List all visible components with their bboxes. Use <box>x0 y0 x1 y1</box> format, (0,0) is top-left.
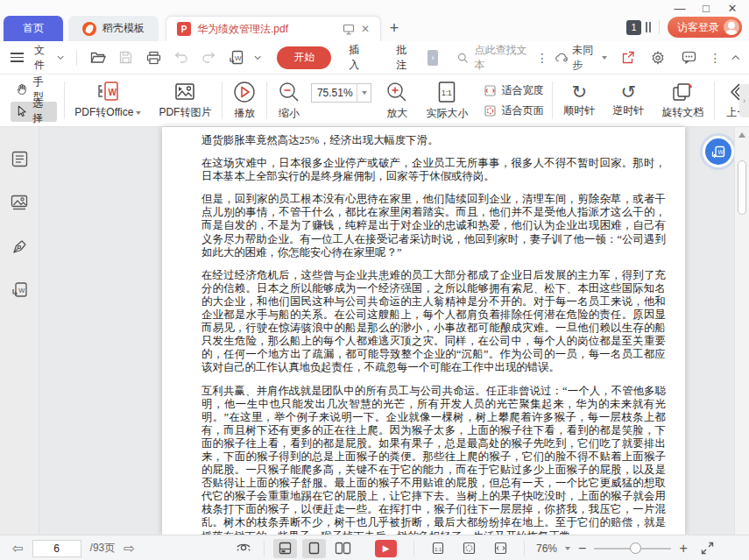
tab-document-active[interactable]: P 华为绩效管理法.pdf ✕ <box>166 16 381 41</box>
zoom-slider[interactable] <box>594 542 671 554</box>
zoom-combobox-caret <box>357 84 371 102</box>
vertical-scrollbar[interactable] <box>734 127 749 535</box>
select-tool-button[interactable]: 选择 <box>11 102 57 122</box>
search-more-icon[interactable]: ⋮ <box>536 51 548 65</box>
search-field[interactable]: 点此查找文本 ⋮ <box>457 43 548 73</box>
paragraph: 互利共赢、并肩作战就是团队中的所有员工与公司共命运。任正非曾说过：“一个人，不管… <box>201 385 666 535</box>
paragraph: 但是，回到家的员工根本没有心思待在家里，他们陆续回到企业，清理车间，剪除杂草，或… <box>201 193 666 259</box>
collapse-toolbar-icon[interactable] <box>731 54 740 60</box>
split-view-icon[interactable] <box>273 539 297 558</box>
pdf-page-text: 通货膨胀率竟然高达25%，经济出现大幅度下滑。 在这场灾难中，日本很多企业停产或… <box>162 127 685 535</box>
close-tab-icon[interactable]: ✕ <box>361 23 370 35</box>
toolbar: 手型 选择 W PDF转Office PDF转图片 播放 缩小 75.51% 放… <box>0 74 749 127</box>
close-window-icon[interactable]: ✕ <box>721 0 744 16</box>
main-menu-icon[interactable] <box>9 51 25 64</box>
pdf-to-word-floating-button[interactable]: W <box>705 138 731 165</box>
fit-page-button[interactable]: 适合页面 <box>484 103 543 118</box>
more-options-icon[interactable]: ⋮ <box>709 51 721 65</box>
slideshow-play-button[interactable]: ▶ <box>375 540 397 557</box>
play-circle-icon <box>233 81 256 103</box>
docer-logo-icon <box>82 22 96 36</box>
rotate-counterclockwise-label: 逆时针 <box>612 103 644 118</box>
tab-count-badge[interactable]: 1 <box>626 20 641 35</box>
next-page-icon[interactable]: ⇨ <box>124 541 135 556</box>
page-total-label: /93页 <box>90 541 116 556</box>
export-to-word-icon[interactable]: W <box>226 46 247 69</box>
scrollbar-thumb[interactable] <box>738 160 746 215</box>
tab-home[interactable]: 首页 <box>4 16 63 41</box>
page-number-input[interactable]: 6 <box>32 540 81 557</box>
redo-icon[interactable] <box>199 46 220 69</box>
export-word-panel-icon[interactable]: W <box>9 280 30 301</box>
ribbon-tab-insert[interactable]: 插入 <box>338 43 378 73</box>
share-icon[interactable] <box>618 46 638 69</box>
toolbar-expand-icon[interactable]: › <box>739 84 749 117</box>
zoom-plus-icon[interactable]: + <box>679 541 687 556</box>
presentation-mode-icon[interactable] <box>343 24 355 35</box>
scroll-up-icon[interactable] <box>738 132 745 138</box>
svg-text:1:1: 1:1 <box>435 547 442 552</box>
zoom-level-combobox[interactable]: 75.51% <box>311 83 372 103</box>
zoom-minus-icon[interactable]: − <box>578 541 586 556</box>
file-menu[interactable]: 文件 <box>32 43 66 73</box>
zoom-slider-knob[interactable] <box>630 542 641 554</box>
guest-login-button[interactable]: 访客登录 <box>668 17 742 38</box>
statusbar: ⇦ 6 /93页 ⇨ ▶ 1:1 76% <box>0 535 749 560</box>
tab-list-icon[interactable] <box>646 22 651 32</box>
previous-page-icon[interactable]: ⇦ <box>12 541 24 556</box>
left-sidebar: W <box>0 127 39 535</box>
undo-icon[interactable] <box>171 46 192 69</box>
rotate-document-icon <box>671 82 694 103</box>
fit-width-button[interactable]: 适合宽度 <box>484 83 543 98</box>
pdf-to-office-button[interactable]: W PDF转Office <box>66 74 150 126</box>
single-page-view-icon[interactable] <box>302 539 326 558</box>
chevron-down-icon[interactable] <box>254 55 261 60</box>
feedback-comment-icon[interactable] <box>679 46 699 69</box>
new-tab-button[interactable]: + <box>381 16 407 41</box>
rotate-counterclockwise-button[interactable]: ↺ 逆时针 <box>604 74 653 126</box>
fit-page-icon <box>484 104 497 117</box>
tab-docer-templates[interactable]: 稻壳模板 <box>68 16 159 41</box>
pdf-to-office-icon: W <box>96 81 120 103</box>
fullscreen-icon[interactable] <box>696 539 719 558</box>
actual-size-button[interactable]: 1:1 实际大小 <box>417 74 477 126</box>
fit-page-status-icon[interactable] <box>457 539 481 558</box>
ribbon-tab-comment[interactable]: 批注 <box>385 43 426 73</box>
document-viewport: W 通货膨胀率竟然高达25%，经济出现大幅度下滑。 在这场灾难中，日本很多企业停… <box>0 127 749 535</box>
status-zoom-caret-icon[interactable] <box>565 547 570 550</box>
two-page-view-icon[interactable] <box>331 539 355 558</box>
print-icon[interactable] <box>143 46 164 69</box>
maximize-icon[interactable]: □ <box>695 0 717 16</box>
pdf-to-image-icon <box>173 82 196 103</box>
actual-size-label: 实际大小 <box>426 106 468 121</box>
sync-status-label: 未同步 <box>572 43 598 73</box>
actual-size-status-icon[interactable]: 1:1 <box>426 539 449 558</box>
zoom-out-button[interactable]: 缩小 <box>269 74 309 126</box>
sync-status[interactable]: 未同步 <box>555 43 607 73</box>
rotate-document-button[interactable]: 旋转文档 <box>653 74 712 126</box>
thumbnails-panel-icon[interactable] <box>9 192 30 213</box>
annotation-pen-icon[interactable] <box>9 236 30 257</box>
pdf-to-image-button[interactable]: PDF转图片 <box>150 74 220 126</box>
actual-size-icon: 1:1 <box>437 81 456 103</box>
minimize-icon[interactable]: — <box>668 0 691 16</box>
fit-width-label: 适合宽度 <box>501 83 543 98</box>
svg-text:W: W <box>108 88 117 97</box>
settings-gear-icon[interactable] <box>648 46 668 69</box>
pdf-page[interactable]: 通货膨胀率竟然高达25%，经济出现大幅度下滑。 在这场灾难中，日本很多企业停产或… <box>162 127 685 535</box>
outline-panel-icon[interactable] <box>9 148 30 169</box>
eye-protect-mode-icon[interactable] <box>231 539 255 558</box>
rotate-clockwise-button[interactable]: ↻ 顺时针 <box>555 74 604 126</box>
hand-icon <box>16 82 28 96</box>
status-zoom-value[interactable]: 76% <box>536 542 557 555</box>
open-file-icon[interactable] <box>88 46 109 69</box>
zoom-in-button[interactable]: 放大 <box>377 74 417 126</box>
tab-docer-label: 稻壳模板 <box>102 21 145 36</box>
zoom-level-value: 75.51% <box>312 87 357 99</box>
fit-width-status-icon[interactable] <box>489 539 512 558</box>
ribbon-tabs-expand-icon[interactable]: › <box>427 50 438 66</box>
save-icon[interactable] <box>115 46 136 69</box>
ribbon-tab-start[interactable]: 开始 <box>277 46 331 69</box>
rotate-clockwise-icon: ↻ <box>571 83 587 101</box>
play-button[interactable]: 播放 <box>224 74 265 126</box>
